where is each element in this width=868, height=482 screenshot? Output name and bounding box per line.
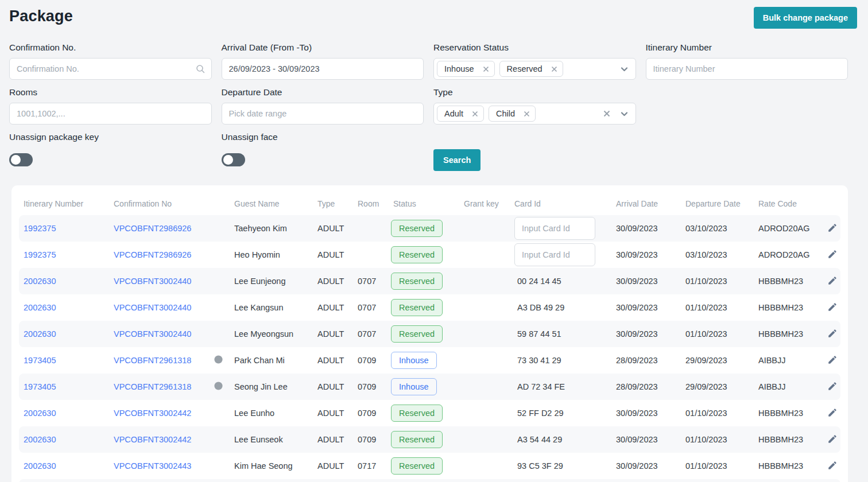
guest-type: ADULT xyxy=(313,250,353,259)
itinerary-number-link[interactable]: 2002630 xyxy=(24,435,56,444)
confirmation-no-input[interactable] xyxy=(9,58,212,80)
page-title: Package xyxy=(9,6,857,25)
col-card-id: Card Id xyxy=(510,199,611,208)
itinerary-number-link[interactable]: 1973405 xyxy=(24,356,56,365)
unassign-package-key-toggle[interactable] xyxy=(9,153,33,166)
confirmation-no-label: Confirmation No. xyxy=(9,42,212,53)
remove-tag-icon[interactable] xyxy=(472,111,478,117)
bulk-change-package-button[interactable]: Bulk change package xyxy=(754,7,857,29)
reservation-status-select[interactable]: Inhouse Reserved xyxy=(433,58,636,80)
type-tag-adult-label: Adult xyxy=(444,109,463,118)
confirmation-no-link[interactable]: VPCOBFNT3002440 xyxy=(114,277,191,286)
clear-all-icon[interactable] xyxy=(603,110,611,118)
col-grant-key: Grant key xyxy=(459,199,510,208)
itinerary-number-link[interactable]: 2002630 xyxy=(24,409,56,418)
status-badge: Reserved xyxy=(391,325,443,343)
card-id-value: 73 30 41 29 xyxy=(514,356,561,365)
filter-rooms: Rooms xyxy=(9,87,212,125)
filter-itinerary-number: Itinerary Number xyxy=(646,42,848,80)
edit-pencil-icon[interactable] xyxy=(827,302,838,314)
card-id-cell xyxy=(510,217,611,240)
guest-type: ADULT xyxy=(313,461,353,471)
search-button[interactable]: Search xyxy=(433,149,480,171)
departure-date-input[interactable] xyxy=(222,103,424,125)
filter-reservation-status: Reservation Status Inhouse Reserved xyxy=(433,42,636,80)
card-id-input[interactable] xyxy=(514,243,595,266)
edit-pencil-icon[interactable] xyxy=(827,434,838,446)
confirmation-no-link[interactable]: VPCOBFNT2986926 xyxy=(114,224,191,233)
rooms-input[interactable] xyxy=(9,103,212,125)
itinerary-number-link[interactable]: 2002630 xyxy=(24,303,56,312)
departure-date: 01/10/2023 xyxy=(681,303,754,312)
chevron-down-icon[interactable] xyxy=(620,110,629,118)
rate-code: HBBBMH23 xyxy=(754,435,824,444)
unassign-face-toggle[interactable] xyxy=(222,153,245,166)
edit-pencil-icon[interactable] xyxy=(827,407,838,419)
confirmation-no-link[interactable]: VPCOBFNT3002442 xyxy=(114,435,191,444)
edit-pencil-icon[interactable] xyxy=(827,275,838,287)
confirmation-no-link[interactable]: VPCOBFNT3002440 xyxy=(114,329,191,339)
search-icon xyxy=(196,64,205,76)
edit-pencil-icon[interactable] xyxy=(827,223,838,235)
itinerary-number-link[interactable]: 1992375 xyxy=(24,250,56,259)
guest-type: ADULT xyxy=(313,277,353,286)
edit-pencil-icon[interactable] xyxy=(827,328,838,340)
itinerary-number-link[interactable]: 2002630 xyxy=(24,461,56,471)
arrival-date: 30/09/2023 xyxy=(611,461,681,471)
arrival-date: 30/09/2023 xyxy=(611,409,681,418)
filter-arrival-date: Arrival Date (From -To) xyxy=(222,42,424,80)
arrival-date: 30/09/2023 xyxy=(611,329,681,339)
status-badge: Inhouse xyxy=(391,378,437,395)
confirmation-no-link[interactable]: VPCOBFNT3002443 xyxy=(114,461,191,471)
chevron-down-icon[interactable] xyxy=(620,65,629,73)
remove-tag-icon[interactable] xyxy=(551,66,557,72)
status-badge: Reserved xyxy=(391,405,443,422)
card-id-cell: 00 24 14 45 xyxy=(510,277,611,286)
type-tag-child: Child xyxy=(489,106,536,122)
remove-tag-icon[interactable] xyxy=(524,111,530,117)
filter-unassign-package-key: Unassign package key xyxy=(9,132,212,171)
type-select[interactable]: Adult Child xyxy=(433,103,636,125)
edit-pencil-icon[interactable] xyxy=(827,355,838,367)
type-label: Type xyxy=(433,87,636,98)
filters-panel: Confirmation No. Arrival Date (From -To)… xyxy=(9,42,848,171)
rate-code: ADROD20AG xyxy=(754,224,824,233)
guest-name: Lee Eunjeong xyxy=(230,277,313,286)
room-number: 0709 xyxy=(353,382,389,391)
col-confirmation-no: Confirmation No xyxy=(109,199,211,208)
card-id-cell: 52 FF D2 29 xyxy=(510,409,611,418)
itinerary-number-link[interactable]: 2002630 xyxy=(24,329,56,339)
itinerary-number-link[interactable]: 1973405 xyxy=(24,382,56,391)
card-id-cell xyxy=(510,243,611,266)
guest-type: ADULT xyxy=(313,409,353,418)
card-id-value: 00 24 14 45 xyxy=(514,277,561,286)
departure-date: 01/10/2023 xyxy=(681,277,754,286)
edit-pencil-icon[interactable] xyxy=(827,460,838,472)
arrival-date-input[interactable] xyxy=(222,58,424,80)
confirmation-no-link[interactable]: VPCOBFNT2961318 xyxy=(114,382,191,391)
itinerary-number-link[interactable]: 2002630 xyxy=(24,277,56,286)
table-row: 2002630 VPCOBFNT3002440 Lee Myeongsun AD… xyxy=(19,321,840,347)
confirmation-no-link[interactable]: VPCOBFNT2986926 xyxy=(114,250,191,259)
guest-name: Taehyeon Kim xyxy=(230,224,313,233)
guest-type: ADULT xyxy=(313,356,353,365)
edit-pencil-icon[interactable] xyxy=(827,249,838,261)
rate-code: AIBBJJ xyxy=(754,382,824,391)
remove-tag-icon[interactable] xyxy=(483,66,489,72)
card-id-value: 59 87 44 51 xyxy=(514,329,561,339)
rate-code: HBBBMH23 xyxy=(754,329,824,339)
filter-type: Type Adult Child xyxy=(433,87,636,125)
edit-pencil-icon[interactable] xyxy=(827,381,838,393)
type-tag-adult: Adult xyxy=(437,106,484,122)
confirmation-no-link[interactable]: VPCOBFNT3002440 xyxy=(114,303,191,312)
card-id-cell: A3 DB 49 29 xyxy=(510,303,611,312)
itinerary-number-link[interactable]: 1992375 xyxy=(24,224,56,233)
confirmation-no-link[interactable]: VPCOBFNT2961318 xyxy=(114,356,191,365)
confirmation-no-link[interactable]: VPCOBFNT3002442 xyxy=(114,409,191,418)
arrival-date: 28/09/2023 xyxy=(611,382,681,391)
itinerary-number-input[interactable] xyxy=(646,58,848,80)
table-row: 1992375 VPCOBFNT2986926 Taehyeon Kim ADU… xyxy=(19,215,840,242)
room-number: 0717 xyxy=(353,461,389,471)
card-id-input[interactable] xyxy=(514,217,595,240)
departure-date: 01/10/2023 xyxy=(681,461,754,471)
